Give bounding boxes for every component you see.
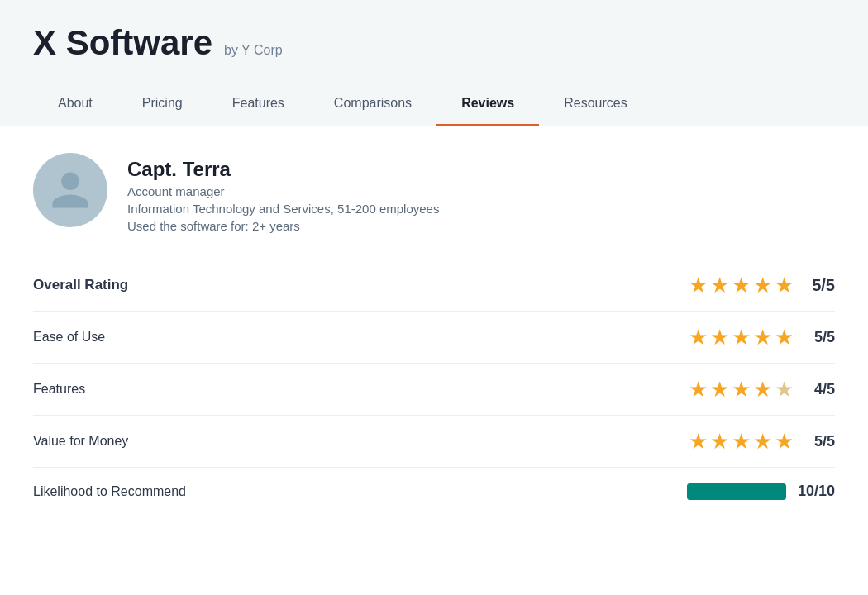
star-4: ★ [753, 274, 772, 296]
star-4: ★ [753, 326, 772, 348]
rating-label-likelihood: Likelihood to Recommend [33, 484, 186, 499]
rating-right-likelihood: 10/10 [687, 483, 835, 500]
rating-row-ease_of_use: Ease of Use★★★★★5/5 [33, 312, 835, 364]
rating-row-likelihood: Likelihood to Recommend10/10 [33, 468, 835, 515]
rating-label-ease_of_use: Ease of Use [33, 330, 105, 345]
star-1: ★ [689, 378, 708, 400]
app-byline: by Y Corp [224, 43, 283, 58]
user-icon [48, 168, 93, 212]
progress-fill-likelihood [687, 483, 786, 500]
star-5: ★ [775, 326, 794, 348]
star-4: ★ [753, 378, 772, 400]
header: X Software by Y Corp About Pricing Featu… [0, 0, 868, 126]
avatar [33, 153, 107, 227]
rating-label-features: Features [33, 382, 85, 397]
star-3: ★ [732, 326, 751, 348]
reviewer-role: Account manager [127, 184, 439, 198]
nav-bar: About Pricing Features Comparisons Revie… [33, 83, 835, 126]
star-5: ★ [775, 431, 794, 452]
rating-label-overall: Overall Rating [33, 277, 128, 293]
star-2: ★ [710, 274, 729, 296]
progress-bar-likelihood [687, 483, 786, 500]
rating-right-features: ★★★★★4/5 [689, 378, 835, 400]
star-2: ★ [710, 326, 729, 348]
star-3: ★ [732, 274, 751, 296]
stars-features: ★★★★★ [689, 378, 794, 400]
star-5: ★ [775, 274, 794, 296]
star-4: ★ [753, 431, 772, 452]
stars-value_for_money: ★★★★★ [689, 431, 794, 452]
rating-row-value_for_money: Value for Money★★★★★5/5 [33, 416, 835, 468]
header-title-row: X Software by Y Corp [33, 23, 835, 63]
nav-item-features[interactable]: Features [207, 83, 309, 126]
rating-right-ease_of_use: ★★★★★5/5 [689, 326, 835, 348]
app-title: X Software [33, 23, 212, 63]
stars-ease_of_use: ★★★★★ [689, 326, 794, 348]
page-wrapper: X Software by Y Corp About Pricing Featu… [0, 0, 868, 595]
star-2: ★ [710, 378, 729, 400]
ratings-section: Overall Rating★★★★★5/5Ease of Use★★★★★5/… [33, 259, 835, 515]
rating-score-features: 4/5 [805, 381, 835, 398]
star-3: ★ [732, 431, 751, 452]
reviewer-name: Capt. Terra [127, 158, 439, 181]
reviewer-company: Information Technology and Services, 51-… [127, 202, 439, 216]
rating-row-features: Features★★★★★4/5 [33, 364, 835, 416]
reviewer-usage: Used the software for: 2+ years [127, 219, 439, 233]
star-1: ★ [689, 274, 708, 296]
content: Capt. Terra Account manager Information … [0, 126, 868, 541]
rating-score-overall: 5/5 [805, 276, 835, 295]
star-5: ★ [775, 378, 794, 400]
rating-label-value_for_money: Value for Money [33, 434, 128, 449]
nav-item-comparisons[interactable]: Comparisons [309, 83, 436, 126]
nav-item-pricing[interactable]: Pricing [117, 83, 207, 126]
stars-overall: ★★★★★ [689, 274, 794, 296]
star-1: ★ [689, 326, 708, 348]
nav-item-resources[interactable]: Resources [539, 83, 651, 126]
nav-item-about[interactable]: About [33, 83, 117, 126]
reviewer-info: Capt. Terra Account manager Information … [127, 153, 439, 233]
nav-item-reviews[interactable]: Reviews [436, 83, 539, 126]
rating-right-overall: ★★★★★5/5 [689, 274, 835, 296]
rating-score-likelihood: 10/10 [798, 483, 835, 500]
star-1: ★ [689, 431, 708, 452]
rating-score-ease_of_use: 5/5 [805, 329, 835, 346]
star-2: ★ [710, 431, 729, 452]
star-3: ★ [732, 378, 751, 400]
rating-right-value_for_money: ★★★★★5/5 [689, 431, 835, 452]
rating-score-value_for_money: 5/5 [805, 433, 835, 450]
rating-row-overall: Overall Rating★★★★★5/5 [33, 259, 835, 312]
reviewer-row: Capt. Terra Account manager Information … [33, 153, 835, 233]
